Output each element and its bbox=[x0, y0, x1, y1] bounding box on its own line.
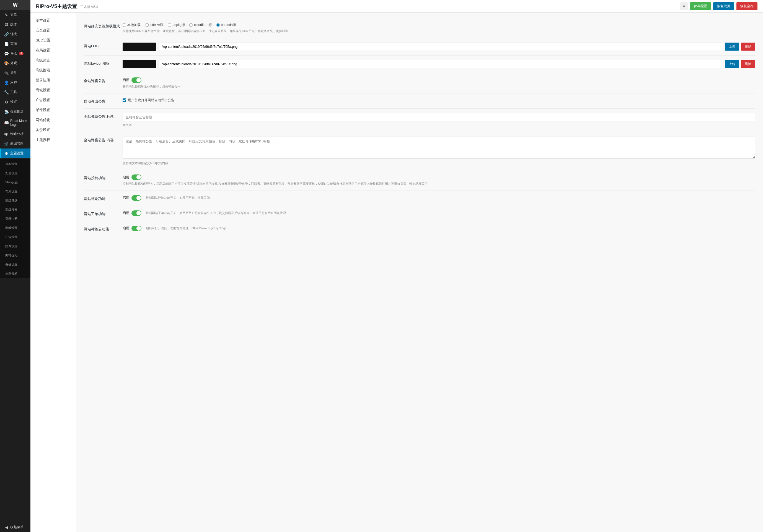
leftnav-label: 备份设置 bbox=[36, 128, 50, 133]
sidebar-item-pages[interactable]: 📄 页面 bbox=[0, 39, 31, 49]
comment-toggle[interactable] bbox=[132, 195, 142, 201]
leftnav-label: 登录注册 bbox=[36, 78, 50, 83]
popup-title-input[interactable] bbox=[123, 113, 755, 122]
leftnav-label: 网站优化 bbox=[36, 118, 50, 123]
sidebar-label: Read More Login bbox=[10, 119, 27, 127]
leftnav-license[interactable]: 主题授权 bbox=[31, 135, 76, 145]
sidebar-item-tools[interactable]: 🔧 工具 bbox=[0, 87, 31, 97]
sidebar-item-comments[interactable]: 💬 评论 4 bbox=[0, 49, 31, 58]
favicon-delete-button[interactable]: 删除 bbox=[741, 60, 755, 68]
sidebar-item-articles[interactable]: ✎ 文章 bbox=[0, 10, 31, 20]
sidebar-item-seo-push[interactable]: 📡 搜索推送 bbox=[0, 107, 31, 117]
settings-control-popup-ad: 启用 开启网站顶部显示公告图标，点击弹出公告 bbox=[123, 77, 755, 89]
popup-ad-toggle[interactable] bbox=[132, 77, 142, 83]
logo-upload-button[interactable]: 上传 bbox=[725, 43, 739, 50]
radio-unpkg-input[interactable] bbox=[168, 23, 171, 27]
workorder-toggle-row: 启用 控制网站工单功能开关，启用后用户可在前端个人中心提交问题及反馈咨询等，管理… bbox=[123, 211, 755, 216]
tags-toggle[interactable] bbox=[132, 225, 142, 231]
settings-control-logo: 上传 删除 bbox=[123, 43, 755, 51]
shop-icon: 🛒 bbox=[4, 141, 9, 146]
sub-search[interactable]: 高级搜索 bbox=[0, 205, 31, 214]
logo-delete-button[interactable]: 删除 bbox=[741, 43, 755, 50]
settings-label-auto-popup: 自动弹出公告 bbox=[84, 98, 123, 104]
leftnav-mail[interactable]: 邮件设置 bbox=[31, 105, 76, 115]
chevron-right-icon: › bbox=[70, 49, 71, 52]
sidebar-item-shop[interactable]: 🛒 商城管理 bbox=[0, 139, 31, 148]
radio-local[interactable]: 本地加载 bbox=[123, 23, 141, 27]
sidebar-item-theme-settings[interactable]: ⚙ 主题设置 bbox=[0, 148, 31, 158]
sub-label: 高级搜索 bbox=[5, 208, 17, 212]
radio-cloudflare-input[interactable] bbox=[189, 23, 193, 27]
radio-cloudflare[interactable]: cloudflare源 bbox=[189, 23, 212, 27]
sub-layout[interactable]: 布局设置 bbox=[0, 187, 31, 196]
leftnav-filter[interactable]: 高级筛选 bbox=[31, 55, 76, 65]
popup-content-textarea[interactable] bbox=[123, 136, 755, 159]
leftnav-label: 邮件设置 bbox=[36, 108, 50, 113]
sub-seo[interactable]: SEO设置 bbox=[0, 178, 31, 187]
sub-label: SEO设置 bbox=[5, 180, 18, 184]
sidebar-logo: W bbox=[0, 0, 31, 10]
logo-input[interactable] bbox=[159, 43, 723, 51]
sub-backup[interactable]: 备份设置 bbox=[0, 260, 31, 269]
settings-control-comment: 启用 控制网站评论功能开关，如果用不到，推荐关闭 bbox=[123, 195, 755, 201]
sidebar-item-readmore[interactable]: 📖 Read More Login bbox=[0, 117, 31, 129]
radio-bootcdn-input[interactable] bbox=[216, 23, 220, 27]
sidebar-item-settings[interactable]: ⚙ 设置 bbox=[0, 97, 31, 107]
sub-ads[interactable]: 广告设置 bbox=[0, 232, 31, 242]
radio-jsdelivr-input[interactable] bbox=[145, 23, 149, 27]
sub-shop[interactable]: 商城设置 bbox=[0, 223, 31, 232]
restore-all-button[interactable]: 恢复全部 bbox=[736, 2, 757, 10]
favicon-upload-button[interactable]: 上传 bbox=[725, 60, 739, 68]
sidebar-item-plugins[interactable]: 🔌 插件 bbox=[0, 68, 31, 78]
sub-label: 高级筛选 bbox=[5, 199, 17, 203]
auto-popup-checkbox-label[interactable]: 用户首次打开网站自动弹出公告 bbox=[123, 98, 755, 103]
settings-row-popup-ad: 全站弹窗公告 启用 开启网站顶部显示公告图标，点击弹出公告 bbox=[84, 73, 755, 94]
leftnav-basic[interactable]: 基本设置 bbox=[31, 16, 76, 26]
sidebar-label: 蜘蛛分析 bbox=[10, 132, 24, 136]
settings-label-favicon: 网站favicon图标 bbox=[84, 60, 123, 66]
restore-page-button[interactable]: 恢复此页 bbox=[713, 2, 734, 10]
sub-basic[interactable]: 基本设置 bbox=[0, 159, 31, 169]
collapse-label: 收起菜单 bbox=[10, 525, 24, 530]
sub-login[interactable]: 登录注册 bbox=[0, 214, 31, 223]
sub-security[interactable]: 安全设置 bbox=[0, 169, 31, 178]
radio-local-input[interactable] bbox=[123, 23, 126, 27]
submit-toggle[interactable] bbox=[132, 174, 142, 180]
leftnav-label: 安全设置 bbox=[36, 28, 50, 33]
topbar-actions: ≡ 保存配置 恢复此页 恢复全部 bbox=[680, 2, 757, 10]
sidebar-item-spider[interactable]: 🕷 蜘蛛分析 bbox=[0, 129, 31, 139]
radio-jsdelivr[interactable]: jsdelivr源 bbox=[145, 23, 163, 27]
sidebar-item-media[interactable]: 🖼 媒体 bbox=[0, 20, 31, 29]
theme-settings-icon: ⚙ bbox=[4, 151, 9, 156]
favicon-input[interactable] bbox=[159, 60, 723, 68]
sidebar-item-users[interactable]: 👤 用户 bbox=[0, 78, 31, 87]
radio-bootcdn[interactable]: bootcdn源 bbox=[216, 23, 236, 27]
settings-row-auto-popup: 自动弹出公告 用户首次打开网站自动弹出公告 bbox=[84, 93, 755, 109]
leftnav-security[interactable]: 安全设置 bbox=[31, 26, 76, 36]
workorder-toggle[interactable] bbox=[132, 211, 142, 216]
leftnav-ads[interactable]: 广告设置 bbox=[31, 95, 76, 105]
radio-unpkg[interactable]: unpkg源 bbox=[168, 23, 185, 27]
leftnav-backup[interactable]: 备份设置 bbox=[31, 125, 76, 135]
leftnav-label: SEO设置 bbox=[36, 38, 51, 43]
sidebar-item-links[interactable]: 🔗 链接 bbox=[0, 29, 31, 39]
sub-filter[interactable]: 高级筛选 bbox=[0, 196, 31, 205]
sub-license[interactable]: 主题授权 bbox=[0, 269, 31, 278]
leftnav-seo[interactable]: SEO设置 bbox=[31, 36, 76, 45]
sidebar-item-appearance[interactable]: 🎨 外观 bbox=[0, 58, 31, 68]
content-area: 基本设置 安全设置 SEO设置 布局设置 › 高级筛选 高级搜索 登录注册 bbox=[31, 13, 763, 532]
leftnav-shop[interactable]: 商城设置 › bbox=[31, 85, 76, 95]
leftnav-optimize[interactable]: 网站优化 bbox=[31, 115, 76, 125]
sub-mail[interactable]: 邮件设置 bbox=[0, 242, 31, 251]
collapse-menu[interactable]: ◀ 收起菜单 bbox=[0, 522, 31, 532]
leftnav-layout[interactable]: 布局设置 › bbox=[31, 45, 76, 55]
leftnav-search[interactable]: 高级搜索 bbox=[31, 65, 76, 75]
save-button[interactable]: 保存配置 bbox=[690, 2, 711, 10]
leftnav-login[interactable]: 登录注册 bbox=[31, 75, 76, 85]
menu-button[interactable]: ≡ bbox=[680, 2, 688, 10]
settings-row-static: 网站静态资源加载模式 本地加载 jsdelivr源 un bbox=[84, 18, 755, 38]
auto-popup-checkbox[interactable] bbox=[123, 98, 126, 102]
settings-label-popup-ad: 全站弹窗公告 bbox=[84, 77, 123, 83]
sub-optimize[interactable]: 网站优化 bbox=[0, 251, 31, 260]
leftnav-label: 主题授权 bbox=[36, 137, 50, 142]
